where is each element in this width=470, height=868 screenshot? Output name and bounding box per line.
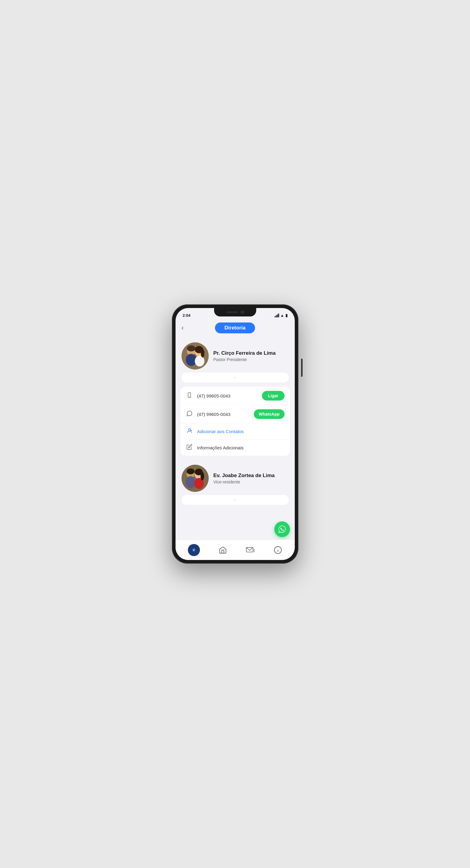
wifi-icon: ▲	[280, 313, 284, 318]
svg-point-7	[201, 349, 204, 358]
power-button	[301, 359, 303, 377]
contact-dash-2: -	[181, 495, 289, 505]
status-time: 2:04	[183, 313, 191, 318]
menu-icon-active: ≡	[188, 544, 200, 556]
page-title: Diretoria	[215, 322, 255, 333]
contact-dash-1: -	[181, 373, 289, 382]
status-icons: ▲ ▮	[275, 313, 288, 318]
home-icon	[219, 546, 227, 554]
ligar-button[interactable]: Ligar	[262, 391, 284, 401]
whatsapp-number: (47) 99605-0043	[197, 412, 250, 417]
svg-rect-8	[188, 393, 190, 398]
additional-info-row[interactable]: Informações Adicionais	[180, 440, 290, 456]
bottom-nav: ≡	[175, 539, 295, 560]
whatsapp-fab[interactable]	[274, 521, 290, 537]
svg-point-15	[186, 476, 196, 488]
contact-role-2: Vice-residente	[213, 479, 289, 484]
phone-notch	[214, 308, 256, 316]
nav-item-info[interactable]	[269, 544, 287, 557]
nav-item-menu[interactable]: ≡	[183, 541, 205, 558]
scroll-content: Pr. Cirço Ferreira de Lima Pastor Presid…	[175, 336, 295, 539]
messages-icon	[246, 547, 255, 554]
info-icon	[274, 546, 282, 554]
phone-device: 2:04 ▲ ▮ ‹ Diretoria	[172, 304, 298, 564]
svg-point-10	[188, 429, 190, 431]
contact-name-2: Ev. Joabe Zortea de Lima	[213, 472, 289, 479]
svg-point-5	[187, 345, 195, 351]
battery-icon: ▮	[286, 313, 288, 318]
speaker	[226, 311, 238, 313]
whatsapp-icon	[186, 410, 193, 418]
contact-name-block-1: Pr. Cirço Ferreira de Lima Pastor Presid…	[213, 350, 289, 362]
phone-row: (47) 99605-0043 Ligar	[180, 387, 290, 405]
back-button[interactable]: ‹	[181, 324, 184, 332]
avatar-2	[181, 465, 209, 492]
contact-name-1: Pr. Cirço Ferreira de Lima	[213, 350, 289, 356]
edit-icon	[186, 444, 193, 452]
additional-info-label: Informações Adicionais	[197, 445, 284, 450]
nav-item-messages[interactable]	[241, 544, 260, 556]
hamburger-icon: ≡	[192, 548, 195, 553]
contact-section-2: Ev. Joabe Zortea de Lima Vice-residente …	[175, 462, 295, 509]
front-camera	[241, 310, 244, 314]
phone-screen: 2:04 ▲ ▮ ‹ Diretoria	[175, 308, 295, 560]
signal-icon	[275, 313, 279, 317]
nav-item-home[interactable]	[214, 544, 232, 557]
info-card-1: (47) 99605-0043 Ligar (47) 99605-0043 Wh…	[180, 387, 290, 456]
contact-section-1: Pr. Cirço Ferreira de Lima Pastor Presid…	[175, 339, 295, 387]
page-header: ‹ Diretoria	[175, 319, 295, 336]
phone-number: (47) 99605-0043	[197, 393, 258, 398]
svg-point-18	[187, 468, 195, 474]
add-contacts-label: Adicionar aos Contatos	[197, 429, 284, 434]
whatsapp-row: (47) 99605-0043 WhatsApp	[180, 405, 290, 424]
contact-role-1: Pastor Presidente	[213, 357, 289, 362]
phone-icon	[186, 392, 193, 400]
contact-header-2: Ev. Joabe Zortea de Lima Vice-residente	[181, 465, 289, 492]
contact-name-block-2: Ev. Joabe Zortea de Lima Vice-residente	[213, 472, 289, 484]
add-contact-icon	[186, 428, 193, 435]
contact-header-1: Pr. Cirço Ferreira de Lima Pastor Presid…	[181, 342, 289, 370]
add-contacts-row[interactable]: Adicionar aos Contatos	[180, 424, 290, 440]
whatsapp-button[interactable]: WhatsApp	[254, 409, 284, 419]
svg-point-13	[181, 465, 209, 492]
avatar-1	[181, 342, 209, 370]
svg-point-20	[201, 472, 204, 480]
